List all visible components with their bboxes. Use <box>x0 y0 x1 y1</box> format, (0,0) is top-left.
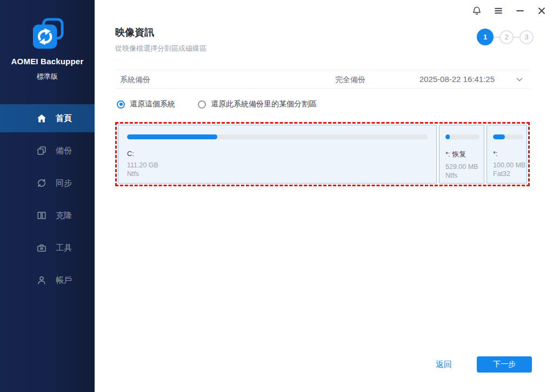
back-link[interactable]: 返回 <box>436 360 452 370</box>
sidebar-item-backup[interactable]: 備份 <box>0 137 95 165</box>
sidebar-nav: 首頁 備份 同步 克隆 <box>0 104 95 299</box>
sidebar-item-label: 首頁 <box>56 113 72 124</box>
partition-usage-track <box>445 134 479 139</box>
step-connector <box>514 37 519 38</box>
sidebar-item-label: 帳戶 <box>56 275 72 286</box>
tools-icon <box>36 242 48 254</box>
step-connector <box>494 37 499 38</box>
close-icon[interactable] <box>534 3 549 18</box>
partition-filesystem: Ntfs <box>445 172 479 179</box>
backup-name: 系統備份 <box>120 75 150 85</box>
partition-size: 529.00 MB <box>445 163 479 171</box>
partition-efi[interactable]: *: 100.00 MB Fat32 <box>487 125 527 184</box>
page-subtitle: 從映像檔選擇分割區或磁碟區 <box>115 44 206 53</box>
app-edition: 標準版 <box>0 72 95 82</box>
brand-block: AOMEI Backupper 標準版 <box>0 18 95 82</box>
backup-type: 完全備份 <box>335 75 365 85</box>
app-window: AOMEI Backupper 標準版 首頁 備份 同步 <box>0 0 553 392</box>
radio-selected-icon[interactable] <box>117 100 125 109</box>
sidebar-item-home[interactable]: 首頁 <box>0 104 95 132</box>
next-button[interactable]: 下一步 <box>477 356 532 373</box>
partition-filesystem: Ntfs <box>127 170 428 178</box>
partition-label: C: <box>127 150 428 158</box>
partition-usage-track <box>127 134 428 139</box>
chevron-down-icon[interactable] <box>515 75 524 84</box>
partition-label: *: 恢复 <box>445 150 479 159</box>
sidebar-item-tools[interactable]: 工具 <box>0 234 95 262</box>
step-1: 1 <box>477 29 494 45</box>
step-2: 2 <box>499 30 514 44</box>
aomei-logo-icon <box>0 18 95 51</box>
sidebar-item-label: 備份 <box>56 146 72 156</box>
radio-label: 還原這個系統 <box>130 99 175 109</box>
menu-icon[interactable] <box>491 3 506 18</box>
radio-label: 還原此系統備份里的某個分割區 <box>211 99 317 109</box>
partition-c[interactable]: C: 111.20 GB Ntfs <box>118 125 437 184</box>
sidebar: AOMEI Backupper 標準版 首頁 備份 同步 <box>0 0 95 392</box>
sidebar-item-clone[interactable]: 克隆 <box>0 201 95 229</box>
home-icon <box>36 112 48 124</box>
partition-usage-fill <box>445 134 450 139</box>
sidebar-item-label: 工具 <box>56 243 72 253</box>
partition-size: 111.20 GB <box>127 161 428 169</box>
sidebar-item-label: 同步 <box>56 178 72 188</box>
clone-icon <box>36 209 48 221</box>
step-indicator: 1 2 3 <box>477 29 534 45</box>
minimize-icon[interactable] <box>512 3 528 18</box>
page-title: 映像資訊 <box>115 26 154 39</box>
radio-restore-partition[interactable]: 還原此系統備份里的某個分割區 <box>198 99 317 109</box>
notifications-bell-icon[interactable] <box>469 3 484 18</box>
radio-unselected-icon[interactable] <box>198 100 206 109</box>
partition-recovery[interactable]: *: 恢复 529.00 MB Ntfs <box>439 125 484 184</box>
partition-usage-track <box>493 134 523 139</box>
sidebar-item-account[interactable]: 帳戶 <box>0 266 95 294</box>
backup-timestamp: 2025-08-22 16:41:25 <box>419 75 495 84</box>
backup-icon <box>36 145 48 157</box>
partition-label: *: <box>493 150 523 158</box>
step-3: 3 <box>519 30 534 44</box>
partition-usage-fill <box>127 134 217 139</box>
sidebar-item-sync[interactable]: 同步 <box>0 169 95 197</box>
app-name: AOMEI Backupper <box>0 57 95 66</box>
disk-map: C: 111.20 GB Ntfs *: 恢复 529.00 MB Ntfs *… <box>115 122 530 186</box>
partition-usage-fill <box>493 134 505 139</box>
sync-icon <box>36 177 48 189</box>
backup-select-row[interactable]: 系統備份 完全備份 2025-08-22 16:41:25 <box>115 70 530 89</box>
partition-size: 100.00 MB <box>493 161 523 169</box>
radio-restore-system[interactable]: 還原這個系統 <box>117 99 175 109</box>
partition-filesystem: Fat32 <box>493 170 523 178</box>
restore-options: 還原這個系統 還原此系統備份里的某個分割區 <box>117 99 339 109</box>
sidebar-item-label: 克隆 <box>56 211 72 221</box>
account-icon <box>36 274 48 286</box>
